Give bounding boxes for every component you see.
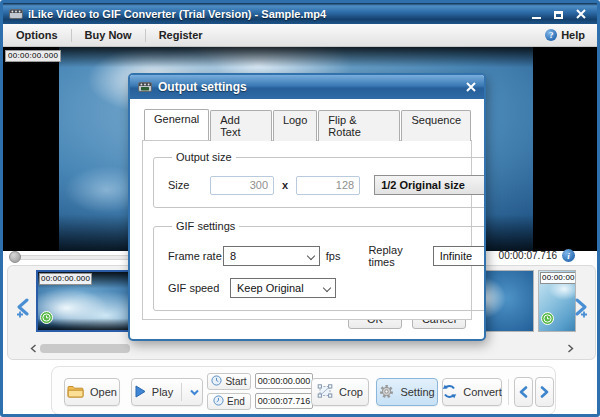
next-frame-button[interactable] xyxy=(535,377,554,407)
start-label: Start xyxy=(225,376,246,387)
help-icon: ? xyxy=(545,29,557,41)
convert-button[interactable]: Convert xyxy=(442,378,502,406)
end-time-field[interactable] xyxy=(255,393,313,409)
filmstrip-scrollbar xyxy=(26,342,577,354)
menu-item-register[interactable]: Register xyxy=(146,29,216,41)
start-button[interactable]: Start xyxy=(207,373,251,390)
chevron-down-icon xyxy=(306,252,314,260)
clock-badge-icon xyxy=(541,311,554,329)
help-label: Help xyxy=(561,29,585,41)
output-settings-dialog: Output settings Genernal Add Text Logo F… xyxy=(128,73,486,341)
filmstrip-thumbnail[interactable]: 00:00:00.: xyxy=(538,270,576,332)
filmstrip-thumbnail-current[interactable]: 00:00:00.000 xyxy=(36,270,136,332)
convert-icon xyxy=(442,384,457,401)
replay-times-label: Replay times xyxy=(368,244,424,268)
start-clock-icon xyxy=(211,375,222,388)
video-timestamp-overlay: 00:00:00.000 xyxy=(5,50,61,62)
crop-button[interactable]: Crop xyxy=(311,378,369,406)
size-x-separator: x xyxy=(282,179,288,191)
size-preset-dropdown[interactable]: 1/2 Original size xyxy=(374,175,486,195)
jump-start-frame-button[interactable] xyxy=(14,298,32,324)
play-icon xyxy=(135,385,146,400)
video-duration: 00:00:07.716 xyxy=(499,250,557,261)
crop-icon xyxy=(317,384,333,400)
tab-logo[interactable]: Logo xyxy=(273,110,317,141)
size-preset-value: 1/2 Original size xyxy=(381,179,465,191)
play-button[interactable]: Play xyxy=(131,378,203,406)
bottom-toolbar: Open Play Start End xyxy=(51,366,556,415)
scroll-right-arrow[interactable] xyxy=(563,342,577,354)
gif-speed-dropdown[interactable]: Keep Original xyxy=(230,278,336,298)
gear-icon xyxy=(379,384,394,401)
open-label: Open xyxy=(90,386,117,398)
menu-item-buy-now[interactable]: Buy Now xyxy=(72,29,145,41)
dialog-title-bar: Output settings xyxy=(130,75,484,99)
tab-add-text[interactable]: Add Text xyxy=(210,110,272,141)
height-input[interactable] xyxy=(296,176,360,195)
start-time-field[interactable] xyxy=(255,373,313,389)
folder-icon xyxy=(67,385,84,400)
replay-times-dropdown[interactable]: Infinite xyxy=(433,246,486,266)
menu-bar: Options Buy Now Register ? Help xyxy=(3,24,597,47)
menu-item-options[interactable]: Options xyxy=(3,29,71,41)
thumbnail-timestamp: 00:00:00.: xyxy=(540,272,576,284)
previous-frame-button[interactable] xyxy=(514,377,533,407)
window-title: iLike Video to GIF Converter (Trial Vers… xyxy=(28,8,326,20)
end-button[interactable]: End xyxy=(207,393,251,410)
dialog-close-icon[interactable] xyxy=(466,82,476,92)
maximize-button[interactable] xyxy=(552,8,565,19)
thumbnail-timestamp: 00:00:00.000 xyxy=(39,273,92,285)
end-label: End xyxy=(227,396,245,407)
output-size-legend: Output size xyxy=(172,151,236,163)
title-bar: iLike Video to GIF Converter (Trial Vers… xyxy=(3,3,597,24)
dialog-film-icon xyxy=(138,78,152,96)
tab-general[interactable]: Genernal xyxy=(144,109,209,140)
frame-rate-label: Frame rate xyxy=(168,250,223,262)
gif-speed-label: GIF speed xyxy=(168,282,230,294)
gif-speed-value: Keep Original xyxy=(237,282,304,294)
frame-rate-dropdown[interactable]: 8 xyxy=(223,246,320,266)
end-clock-icon xyxy=(213,395,224,408)
gif-settings-group: GIF settings Frame rate 8 fps Replay tim… xyxy=(153,220,486,311)
scroll-left-arrow[interactable] xyxy=(26,342,40,354)
setting-button[interactable]: Setting xyxy=(376,378,438,406)
clock-badge-icon xyxy=(40,310,53,328)
app-window: iLike Video to GIF Converter (Trial Vers… xyxy=(0,0,600,417)
seek-handle[interactable] xyxy=(9,251,21,263)
setting-label: Setting xyxy=(400,386,434,398)
frame-rate-value: 8 xyxy=(230,250,236,262)
output-size-group: Output size Size x 1/2 Original size xyxy=(153,151,486,208)
minimize-button[interactable] xyxy=(530,8,543,19)
gif-settings-legend: GIF settings xyxy=(172,220,239,232)
width-input[interactable] xyxy=(210,176,274,195)
tab-page-general: Output size Size x 1/2 Original size GIF… xyxy=(142,140,472,320)
tab-sequence[interactable]: Sequence xyxy=(401,110,471,141)
play-dropdown-chevron-icon[interactable] xyxy=(190,386,199,398)
crop-label: Crop xyxy=(339,386,363,398)
open-button[interactable]: Open xyxy=(64,378,120,406)
menu-item-help[interactable]: ? Help xyxy=(545,29,597,41)
close-button[interactable] xyxy=(574,8,587,19)
chevron-down-icon xyxy=(323,284,331,292)
size-label: Size xyxy=(168,179,210,191)
play-label: Play xyxy=(152,386,173,398)
fps-label: fps xyxy=(326,250,341,262)
dialog-tabs: Genernal Add Text Logo Flip & Rotate Seq… xyxy=(142,109,472,140)
scrollbar-thumb[interactable] xyxy=(40,344,130,353)
tab-flip-rotate[interactable]: Flip & Rotate xyxy=(318,110,400,141)
info-icon[interactable]: i xyxy=(562,249,575,262)
jump-end-frame-button[interactable] xyxy=(572,298,590,324)
replay-times-value: Infinite xyxy=(440,250,472,262)
dialog-title: Output settings xyxy=(158,80,247,94)
app-icon xyxy=(9,5,23,23)
convert-label: Convert xyxy=(463,386,502,398)
